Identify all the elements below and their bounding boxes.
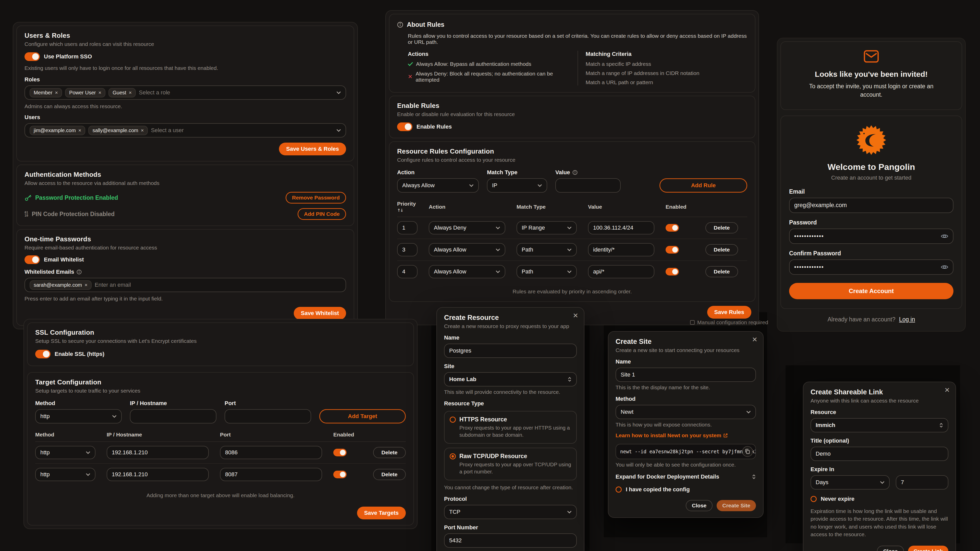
section-desc: Enable or disable rule evaluation for th… bbox=[397, 111, 747, 118]
add-rule-button[interactable]: Add Rule bbox=[659, 178, 747, 192]
method-select[interactable]: Newt bbox=[616, 405, 756, 419]
action-select[interactable]: Always Deny bbox=[429, 221, 505, 234]
ip-input[interactable]: 192.168.1.210 bbox=[107, 446, 209, 459]
use-platform-sso-toggle[interactable] bbox=[24, 52, 40, 61]
enable-rules-card: Enable Rules Enable or disable rule eval… bbox=[389, 96, 756, 138]
never-expire-radio[interactable] bbox=[811, 496, 817, 502]
value-input[interactable]: 100.36.112.4/24 bbox=[588, 221, 654, 234]
remove-icon[interactable]: × bbox=[99, 90, 102, 95]
radio-selected-icon[interactable] bbox=[450, 453, 456, 459]
enable-rules-toggle[interactable] bbox=[397, 122, 412, 131]
info-icon bbox=[76, 269, 82, 275]
login-link[interactable]: Log in bbox=[899, 316, 915, 323]
delete-rule-button[interactable]: Delete bbox=[705, 222, 738, 233]
add-pin-code-button[interactable]: Add PIN Code bbox=[298, 208, 346, 220]
priority-input[interactable]: 3 bbox=[397, 243, 417, 256]
remove-password-button[interactable]: Remove Password bbox=[286, 192, 346, 203]
close-button[interactable]: Close bbox=[877, 546, 904, 551]
create-link-button[interactable]: Create Link bbox=[908, 546, 948, 551]
eye-icon[interactable] bbox=[941, 233, 948, 239]
rules-config-card: Resource Rules Configuration Configure r… bbox=[389, 141, 756, 302]
close-button[interactable]: Close bbox=[686, 500, 713, 511]
create-site-button-disabled[interactable]: Create Site bbox=[717, 500, 756, 511]
target-enabled-toggle[interactable] bbox=[333, 471, 347, 478]
whitelist-email-input[interactable]: sarah@example.com× Enter an email bbox=[24, 278, 346, 292]
site-select[interactable]: Home Lab bbox=[444, 372, 577, 386]
target-method-select[interactable]: http bbox=[35, 409, 122, 424]
enable-ssl-toggle[interactable] bbox=[35, 350, 51, 359]
password-input[interactable]: •••••••••••• bbox=[789, 229, 953, 244]
rule-value-input[interactable] bbox=[555, 178, 620, 192]
match-select[interactable]: Path bbox=[517, 243, 577, 256]
remove-icon[interactable]: × bbox=[129, 90, 132, 95]
remove-icon[interactable]: × bbox=[55, 90, 58, 95]
ip-input[interactable]: 192.168.1.210 bbox=[107, 468, 209, 481]
expire-value-input[interactable]: 7 bbox=[896, 475, 948, 489]
tcp-resource-option[interactable]: Raw TCP/UDP Resource Proxy requests to y… bbox=[444, 448, 577, 480]
action-select[interactable]: Always Allow bbox=[429, 265, 505, 278]
target-row: http 192.168.1.210 8087 Delete bbox=[35, 464, 406, 485]
copied-config-radio[interactable] bbox=[616, 486, 622, 492]
radio-icon[interactable] bbox=[450, 416, 456, 423]
delete-target-button[interactable]: Delete bbox=[373, 469, 406, 480]
remove-icon[interactable]: × bbox=[78, 128, 81, 133]
eye-icon[interactable] bbox=[941, 264, 948, 270]
chevron-down-icon bbox=[496, 248, 500, 251]
save-targets-button[interactable]: Save Targets bbox=[357, 507, 406, 519]
delete-target-button[interactable]: Delete bbox=[373, 447, 406, 458]
confirm-password-input[interactable]: •••••••••••• bbox=[789, 259, 953, 275]
copy-button[interactable] bbox=[742, 446, 753, 457]
value-input[interactable]: identity/* bbox=[588, 243, 654, 256]
install-newt-link[interactable]: Learn how to install Newt on your system bbox=[616, 432, 728, 438]
match-select[interactable]: IP Range bbox=[517, 221, 577, 234]
col-priority[interactable]: Priority ↑↓ bbox=[397, 201, 417, 213]
add-target-button[interactable]: Add Target bbox=[319, 409, 406, 424]
save-users-roles-button[interactable]: Save Users & Roles bbox=[279, 143, 346, 156]
email-label: Email bbox=[789, 188, 953, 195]
delete-rule-button[interactable]: Delete bbox=[705, 266, 738, 277]
rule-match-select[interactable]: IP bbox=[487, 178, 547, 192]
create-account-button[interactable]: Create Account bbox=[789, 283, 953, 299]
method-select[interactable]: http bbox=[35, 446, 95, 459]
target-ip-input[interactable] bbox=[130, 409, 216, 424]
action-select[interactable]: Always Allow bbox=[429, 243, 505, 256]
chevron-down-icon bbox=[567, 248, 572, 251]
close-icon[interactable]: ✕ bbox=[752, 336, 757, 343]
email-input[interactable]: greg@example.com bbox=[789, 198, 953, 213]
port-number-input[interactable]: 5432 bbox=[444, 534, 577, 548]
resource-name-input[interactable]: Postgres bbox=[444, 344, 577, 358]
remove-icon[interactable]: × bbox=[84, 283, 88, 287]
target-enabled-toggle[interactable] bbox=[333, 449, 347, 456]
https-resource-option[interactable]: HTTPS Resource Proxy requests to your ap… bbox=[444, 411, 577, 444]
title-input[interactable]: Demo bbox=[811, 447, 948, 461]
email-whitelist-toggle[interactable] bbox=[24, 256, 40, 264]
remove-icon[interactable]: × bbox=[141, 128, 144, 133]
resource-select[interactable]: Immich bbox=[811, 418, 948, 432]
priority-input[interactable]: 4 bbox=[397, 265, 417, 278]
rule-action-select[interactable]: Always Allow bbox=[397, 178, 479, 192]
method-select[interactable]: http bbox=[35, 468, 95, 481]
users-multiselect[interactable]: jim@example.com× sally@example.com× Sele… bbox=[24, 123, 346, 138]
chevrons-up-down-icon[interactable] bbox=[752, 474, 756, 480]
target-config-card: Target Configuration Setup targets to ro… bbox=[27, 372, 414, 526]
port-input[interactable]: 8086 bbox=[220, 446, 322, 459]
priority-input[interactable]: 1 bbox=[397, 221, 417, 234]
rule-enabled-toggle[interactable] bbox=[666, 246, 679, 254]
close-icon[interactable]: ✕ bbox=[573, 312, 578, 319]
save-whitelist-button[interactable]: Save Whitelist bbox=[294, 307, 346, 320]
port-input[interactable]: 8087 bbox=[220, 468, 322, 481]
roles-multiselect[interactable]: Member× Power User× Guest× Select a role bbox=[24, 86, 346, 100]
match-select[interactable]: Path bbox=[517, 265, 577, 278]
expire-unit-select[interactable]: Days bbox=[811, 475, 890, 489]
value-input[interactable]: api/* bbox=[588, 265, 654, 278]
delete-rule-button[interactable]: Delete bbox=[705, 244, 738, 256]
rule-enabled-toggle[interactable] bbox=[666, 268, 679, 275]
save-rules-button[interactable]: Save Rules bbox=[707, 306, 751, 319]
password-label: Password bbox=[789, 219, 953, 226]
rule-enabled-toggle[interactable] bbox=[666, 224, 679, 232]
close-icon[interactable]: ✕ bbox=[944, 387, 950, 393]
site-name-input[interactable]: Site 1 bbox=[616, 368, 756, 382]
target-port-input[interactable] bbox=[224, 409, 311, 424]
role-chip: Guest× bbox=[108, 88, 136, 97]
protocol-select[interactable]: TCP bbox=[444, 505, 577, 519]
